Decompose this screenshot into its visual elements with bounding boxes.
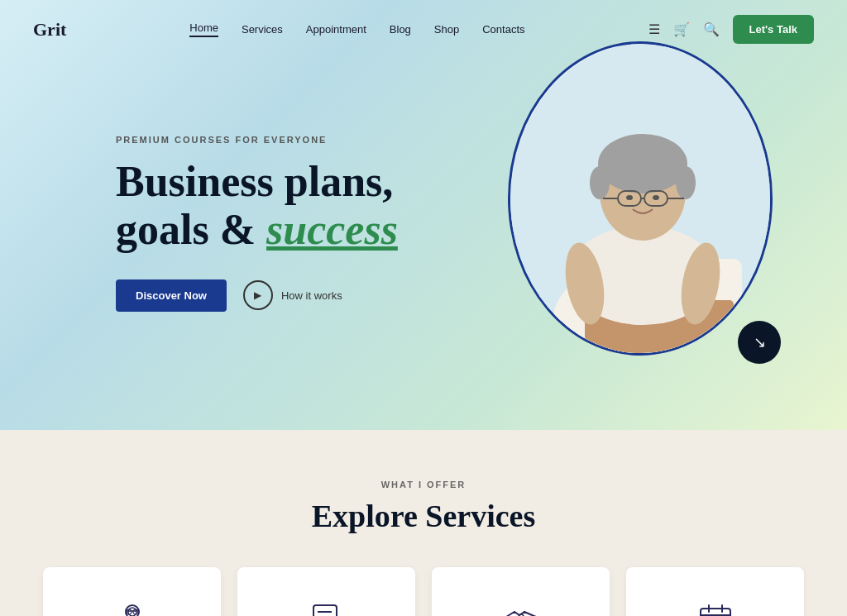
svg-point-16 [653,195,659,200]
nav-appointment[interactable]: Appointment [306,23,366,36]
cart-icon[interactable]: 🛒 [673,21,690,37]
arrow-down-button[interactable]: ↘ [738,321,781,364]
navbar: Grit Home Services Appointment Blog Shop… [0,0,847,59]
person-svg [510,44,773,356]
hero-title: Business plans, goals & success [116,158,398,252]
nav-contacts[interactable]: Contacts [482,23,524,36]
svg-rect-24 [313,605,337,616]
service-card-keynotes: Keynotes & Talks Sed do euism od tempor [237,567,415,616]
svg-point-15 [626,195,633,200]
schedule-icon [692,597,739,616]
nav-services[interactable]: Services [242,23,283,36]
play-icon: ▶ [243,280,273,310]
training-icon [498,597,544,616]
services-section: What I Offer Explore Services Profession… [0,430,847,616]
hero-subtitle: Premium Courses For Everyone [116,135,398,145]
nav-home[interactable]: Home [189,21,218,37]
service-card-training: Business Training Sed do euism od tempor [432,567,610,616]
hero-image: ↘ [500,25,781,389]
hero-section: Premium Courses For Everyone Business pl… [0,0,847,430]
coach-icon [109,597,156,616]
hero-title-line1: Business plans, [116,158,393,205]
hero-title-highlight: success [266,206,398,253]
menu-icon[interactable]: ☰ [648,21,660,37]
hero-content: Premium Courses For Everyone Business pl… [116,135,398,311]
hero-actions: Discover Now ▶ How it works [116,279,398,312]
nav-right: ☰ 🛒 🔍 Let's Talk [648,15,814,44]
discover-now-button[interactable]: Discover Now [116,279,227,312]
brand-logo[interactable]: Grit [33,19,66,41]
nav-shop[interactable]: Shop [434,23,459,36]
nav-links: Home Services Appointment Blog Shop Cont… [189,21,524,37]
hero-title-line2: goals & [116,206,266,253]
svg-point-8 [590,166,610,199]
lets-talk-button[interactable]: Let's Talk [733,15,814,44]
keynotes-icon [304,597,350,616]
nav-blog[interactable]: Blog [390,23,411,36]
services-title: Explore Services [33,498,814,534]
search-icon[interactable]: 🔍 [703,21,720,37]
hero-circle [508,41,773,356]
svg-point-9 [676,166,696,199]
service-card-coach: Professional Coach Sed do euism od tempo… [43,567,221,616]
svg-point-7 [598,134,687,193]
service-card-schedule: Flexible Schedule Sed do euism od tempor [626,567,804,616]
how-label: How it works [281,289,342,302]
services-tag: What I Offer [33,480,814,489]
how-it-works-button[interactable]: ▶ How it works [243,280,342,310]
services-grid: Professional Coach Sed do euism od tempo… [43,567,804,616]
